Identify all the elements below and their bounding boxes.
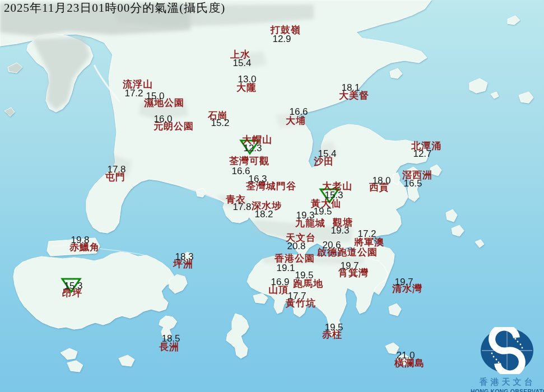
map-title: 2025年11月23日01時00分的氣溫(攝氏度) (4, 2, 225, 15)
hko-logo: 香港天文台 HONG KONG OBSERVATORY (471, 327, 544, 392)
land-airport-island (47, 238, 100, 256)
hko-logo-icon (471, 327, 544, 374)
hko-temperature-map-screen: 2025年11月23日01時00分的氣溫(攝氏度) 打鼓嶺12.9上水15.4大… (0, 0, 544, 392)
hong-kong-map-svg (0, 0, 544, 392)
hko-logo-chinese-name: 香港天文台 (471, 377, 544, 388)
hko-logo-english-name: HONG KONG OBSERVATORY (471, 388, 544, 392)
